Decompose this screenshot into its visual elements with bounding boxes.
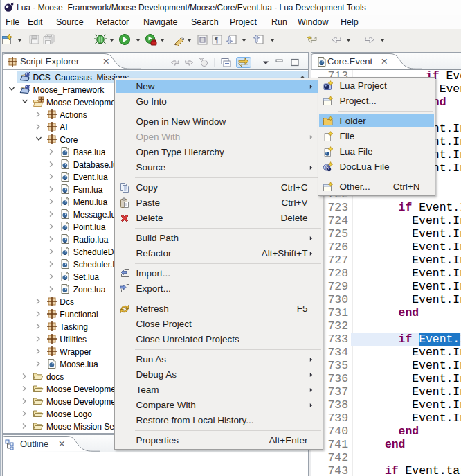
svg-text:¶: ¶ xyxy=(215,35,218,44)
